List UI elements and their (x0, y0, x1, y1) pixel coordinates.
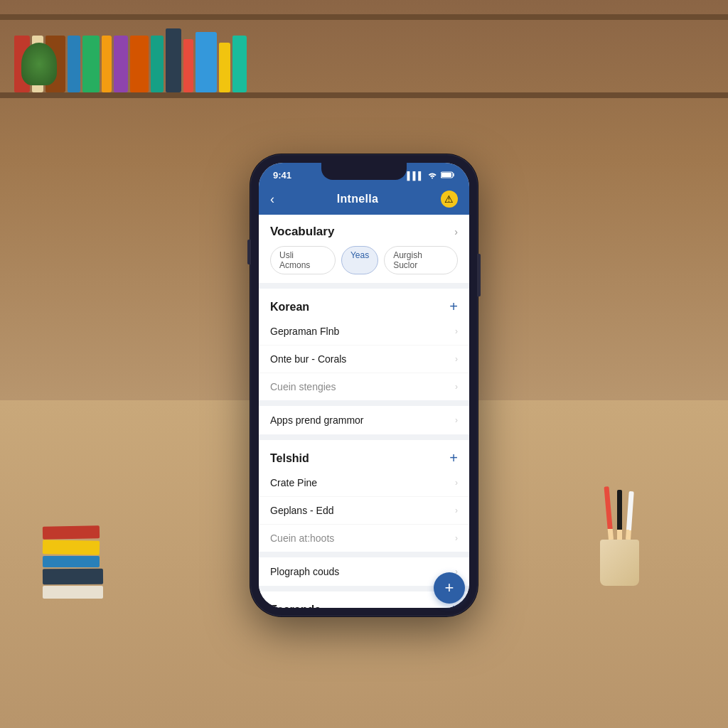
item-text: Crate Pine (270, 477, 317, 488)
wifi-icon (427, 171, 437, 181)
list-item[interactable]: Crate Pine › (259, 469, 469, 497)
list-item[interactable]: Cuein stengies › (259, 373, 469, 400)
filter-tab-0[interactable]: Usli Acmons (270, 246, 336, 274)
vocabulary-chevron: › (454, 226, 458, 237)
plant-decoration (21, 43, 57, 85)
item-text: Gepraman Flnb (270, 326, 339, 337)
alert-icon[interactable]: ⚠ (441, 191, 458, 208)
content-area[interactable]: Vocabulary › Usli Acmons Yeas Aurgish Su… (259, 215, 469, 608)
telshid-add-btn[interactable]: + (449, 450, 458, 466)
back-button[interactable]: ‹ (270, 192, 274, 207)
telshid-footer-text: Plograph couds (270, 566, 339, 577)
telshid-section-header: Telshid + (259, 440, 469, 469)
item-chevron: › (455, 354, 458, 364)
item-chevron: › (455, 326, 458, 336)
nav-bar: ‹ Intnella ⚠ (259, 185, 469, 215)
item-chevron: › (455, 505, 458, 515)
vocabulary-header[interactable]: Vocabulary › (259, 215, 469, 246)
telshid-section: Telshid + Crate Pine › Geplans - Edd › C… (259, 440, 469, 552)
phone-notch (321, 163, 407, 180)
svg-rect-1 (441, 173, 451, 177)
book-stack-left (43, 526, 103, 600)
filter-tab-1[interactable]: Yeas (341, 246, 378, 274)
item-text-muted: Cuein stengies (270, 381, 336, 392)
telshid-title: Telshid (270, 452, 309, 465)
phone-screen: 9:41 ▌▌▌ (259, 163, 469, 608)
item-text: Geplans - Edd (270, 505, 334, 516)
korean-section-header: Korean + (259, 289, 469, 318)
item-chevron: › (455, 382, 458, 392)
list-item[interactable]: Geplans - Edd › (259, 497, 469, 525)
status-time: 9:41 (273, 170, 291, 181)
filter-tab-2[interactable]: Aurgish Suclor (384, 246, 458, 274)
item-chevron: › (455, 533, 458, 543)
item-chevron: › (455, 478, 458, 488)
books-row-top (0, 20, 728, 92)
phone-wrapper: 9:41 ▌▌▌ (250, 154, 478, 616)
fearande-title: Fearande (270, 604, 321, 609)
list-item[interactable]: Cuein at:hoots › (259, 525, 469, 552)
nav-title: Intnella (337, 193, 378, 205)
korean-section: Korean + Gepraman Flnb › Onte bur - Cora… (259, 289, 469, 400)
korean-footer-item[interactable]: Apps prend grammor › (259, 406, 469, 434)
item-text: Onte bur - Corals (270, 353, 346, 365)
korean-title: Korean (270, 301, 309, 314)
list-item[interactable]: Gepraman Flnb › (259, 318, 469, 346)
korean-add-btn[interactable]: + (449, 299, 458, 315)
fab-add-button[interactable]: + (434, 572, 465, 604)
battery-icon (441, 171, 455, 181)
pencil-cup-body (600, 540, 639, 586)
signal-icon: ▌▌▌ (407, 171, 424, 180)
item-text-muted: Cuein at:hoots (270, 532, 334, 544)
korean-footer-text: Apps prend grammor (270, 414, 364, 426)
item-chevron: › (455, 415, 458, 425)
pencil-cup (600, 483, 643, 586)
vocabulary-title: Vocabulary (270, 225, 334, 239)
phone-frame: 9:41 ▌▌▌ (250, 154, 478, 616)
filter-tabs: Usli Acmons Yeas Aurgish Suclor (259, 246, 469, 283)
vocabulary-section: Vocabulary › Usli Acmons Yeas Aurgish Su… (259, 215, 469, 283)
status-icons: ▌▌▌ (407, 171, 455, 181)
list-item[interactable]: Onte bur - Corals › (259, 346, 469, 373)
